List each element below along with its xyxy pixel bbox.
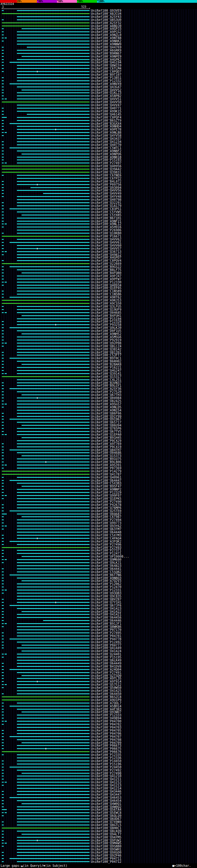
alignment-bar[interactable] bbox=[9, 767, 90, 768]
alignment-bar[interactable] bbox=[5, 812, 7, 813]
alignment-bar[interactable] bbox=[9, 797, 90, 798]
alignment-bar[interactable] bbox=[9, 297, 90, 298]
alignment-bar[interactable] bbox=[22, 645, 90, 646]
alignment-bar[interactable] bbox=[17, 440, 90, 441]
alignment-bar[interactable] bbox=[2, 248, 4, 249]
alignment-bar[interactable] bbox=[17, 95, 90, 96]
alignment-bar[interactable] bbox=[2, 663, 4, 664]
alignment-bar[interactable] bbox=[17, 718, 90, 719]
alignment-bar[interactable] bbox=[5, 623, 7, 624]
alignment-bar[interactable] bbox=[17, 584, 90, 584]
alignment-bar[interactable] bbox=[2, 77, 4, 78]
alignment-bar[interactable] bbox=[17, 117, 90, 118]
alignment-bar[interactable] bbox=[2, 495, 4, 496]
alignment-bar[interactable] bbox=[2, 593, 4, 594]
alignment-bar[interactable] bbox=[2, 401, 4, 402]
alignment-bar[interactable] bbox=[2, 535, 4, 536]
alignment-bar[interactable] bbox=[2, 300, 90, 301]
alignment-bar[interactable] bbox=[2, 776, 4, 777]
alignment-bar[interactable] bbox=[2, 465, 4, 466]
alignment-bar[interactable] bbox=[17, 53, 90, 54]
alignment-bar[interactable] bbox=[2, 575, 4, 576]
alignment-bar[interactable] bbox=[2, 550, 4, 551]
alignment-bar[interactable] bbox=[2, 516, 4, 517]
hit-label[interactable]: UniRef100_P04712 bbox=[91, 860, 122, 863]
alignment-bar[interactable] bbox=[17, 782, 90, 783]
alignment-bar[interactable] bbox=[2, 331, 4, 331]
alignment-bar[interactable] bbox=[2, 846, 4, 847]
alignment-bar[interactable] bbox=[17, 590, 90, 591]
alignment-bar[interactable] bbox=[2, 184, 4, 185]
alignment-bar[interactable] bbox=[2, 294, 4, 295]
alignment-bar[interactable] bbox=[2, 712, 4, 713]
alignment-bar[interactable] bbox=[2, 239, 4, 240]
alignment-bar[interactable] bbox=[17, 385, 90, 386]
alignment-bar[interactable] bbox=[22, 556, 90, 557]
alignment-bar[interactable] bbox=[17, 468, 90, 469]
alignment-bar[interactable] bbox=[17, 532, 90, 533]
alignment-bar[interactable] bbox=[2, 132, 4, 133]
alignment-bar[interactable] bbox=[17, 181, 90, 182]
alignment-bar[interactable] bbox=[17, 428, 90, 429]
alignment-bar[interactable] bbox=[2, 724, 4, 725]
alignment-bar[interactable] bbox=[2, 812, 4, 813]
alignment-bar[interactable] bbox=[17, 565, 90, 566]
alignment-bar[interactable] bbox=[17, 693, 90, 694]
alignment-bar[interactable] bbox=[2, 571, 4, 572]
alignment-bar[interactable] bbox=[2, 303, 90, 304]
alignment-bar[interactable] bbox=[17, 642, 90, 643]
alignment-bar[interactable] bbox=[2, 837, 4, 838]
alignment-bar[interactable] bbox=[17, 285, 90, 286]
alignment-bar[interactable] bbox=[2, 398, 4, 398]
alignment-bar[interactable] bbox=[2, 770, 4, 771]
alignment-bar[interactable] bbox=[17, 523, 90, 523]
alignment-bar[interactable] bbox=[2, 196, 4, 197]
alignment-bar[interactable] bbox=[2, 581, 4, 581]
alignment-bar[interactable] bbox=[17, 535, 90, 536]
alignment-bar[interactable] bbox=[2, 327, 4, 328]
alignment-bar[interactable] bbox=[5, 654, 7, 655]
alignment-bar[interactable] bbox=[5, 132, 7, 133]
alignment-bar[interactable] bbox=[2, 102, 90, 102]
hit-label[interactable]: UniRef100_Q38142 bbox=[91, 348, 122, 351]
alignment-bar[interactable] bbox=[2, 123, 4, 124]
alignment-bar[interactable] bbox=[2, 806, 4, 807]
alignment-bar[interactable] bbox=[2, 245, 4, 246]
alignment-bar[interactable] bbox=[2, 223, 4, 224]
alignment-bar[interactable] bbox=[2, 358, 4, 359]
alignment-bar[interactable] bbox=[17, 663, 90, 664]
alignment-bar[interactable] bbox=[2, 456, 4, 456]
alignment-bar[interactable] bbox=[2, 706, 4, 707]
alignment-bar[interactable] bbox=[2, 748, 4, 749]
alignment-bar[interactable] bbox=[2, 385, 4, 386]
alignment-bar[interactable] bbox=[17, 703, 90, 704]
alignment-bar[interactable] bbox=[17, 379, 90, 380]
alignment-bar[interactable] bbox=[5, 465, 7, 466]
alignment-bar[interactable] bbox=[2, 507, 4, 508]
alignment-bar[interactable] bbox=[17, 138, 90, 139]
alignment-bar[interactable] bbox=[22, 273, 90, 273]
alignment-bar[interactable] bbox=[17, 279, 90, 280]
alignment-bar[interactable] bbox=[2, 462, 4, 463]
alignment-bar[interactable] bbox=[17, 840, 90, 841]
alignment-bar[interactable] bbox=[17, 514, 90, 515]
alignment-bar[interactable] bbox=[17, 373, 90, 374]
alignment-bar[interactable] bbox=[17, 690, 90, 691]
alignment-bar[interactable] bbox=[22, 28, 90, 29]
alignment-bar[interactable] bbox=[9, 242, 90, 243]
alignment-bar[interactable] bbox=[17, 730, 90, 731]
alignment-bar[interactable] bbox=[17, 260, 90, 261]
alignment-bar[interactable] bbox=[2, 599, 4, 600]
alignment-bar[interactable] bbox=[17, 401, 90, 402]
alignment-bar[interactable] bbox=[5, 162, 7, 163]
alignment-bar[interactable] bbox=[2, 13, 90, 14]
alignment-bar[interactable] bbox=[2, 154, 4, 155]
alignment-bar[interactable] bbox=[17, 87, 90, 88]
alignment-bar[interactable] bbox=[17, 761, 90, 762]
alignment-bar[interactable] bbox=[9, 123, 90, 124]
alignment-bar[interactable] bbox=[2, 20, 4, 20]
alignment-bar[interactable] bbox=[2, 10, 4, 11]
alignment-bar[interactable] bbox=[2, 544, 4, 545]
alignment-bar[interactable] bbox=[5, 843, 7, 844]
alignment-bar[interactable] bbox=[17, 270, 90, 270]
